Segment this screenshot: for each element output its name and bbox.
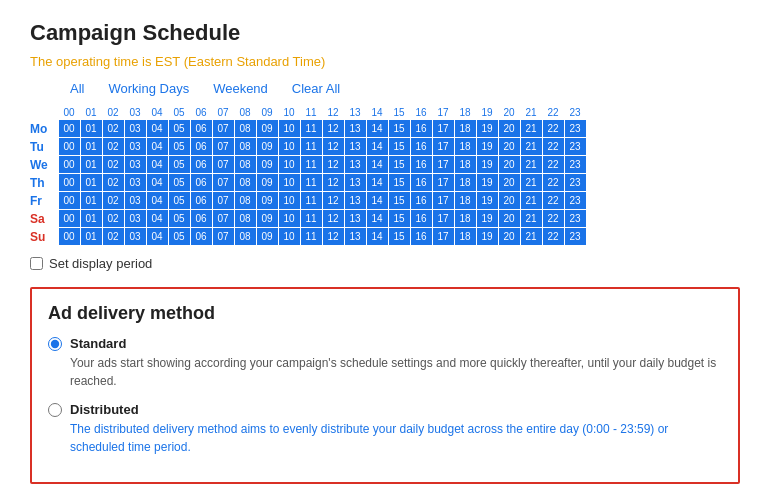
cell-su-16[interactable]: 16 bbox=[410, 228, 432, 246]
cell-tu-19[interactable]: 19 bbox=[476, 138, 498, 156]
cell-fr-20[interactable]: 20 bbox=[498, 192, 520, 210]
cell-mo-08[interactable]: 08 bbox=[234, 120, 256, 138]
cell-sa-22[interactable]: 22 bbox=[542, 210, 564, 228]
cell-th-21[interactable]: 21 bbox=[520, 174, 542, 192]
cell-sa-07[interactable]: 07 bbox=[212, 210, 234, 228]
cell-mo-07[interactable]: 07 bbox=[212, 120, 234, 138]
cell-mo-10[interactable]: 10 bbox=[278, 120, 300, 138]
filter-weekend[interactable]: Weekend bbox=[213, 81, 268, 96]
cell-su-13[interactable]: 13 bbox=[344, 228, 366, 246]
cell-su-10[interactable]: 10 bbox=[278, 228, 300, 246]
cell-tu-20[interactable]: 20 bbox=[498, 138, 520, 156]
cell-sa-05[interactable]: 05 bbox=[168, 210, 190, 228]
cell-sa-11[interactable]: 11 bbox=[300, 210, 322, 228]
cell-we-22[interactable]: 22 bbox=[542, 156, 564, 174]
cell-tu-22[interactable]: 22 bbox=[542, 138, 564, 156]
cell-tu-18[interactable]: 18 bbox=[454, 138, 476, 156]
cell-su-18[interactable]: 18 bbox=[454, 228, 476, 246]
cell-fr-17[interactable]: 17 bbox=[432, 192, 454, 210]
cell-fr-11[interactable]: 11 bbox=[300, 192, 322, 210]
cell-fr-21[interactable]: 21 bbox=[520, 192, 542, 210]
cell-we-19[interactable]: 19 bbox=[476, 156, 498, 174]
cell-su-01[interactable]: 01 bbox=[80, 228, 102, 246]
cell-fr-04[interactable]: 04 bbox=[146, 192, 168, 210]
cell-fr-15[interactable]: 15 bbox=[388, 192, 410, 210]
cell-sa-15[interactable]: 15 bbox=[388, 210, 410, 228]
cell-fr-13[interactable]: 13 bbox=[344, 192, 366, 210]
cell-mo-05[interactable]: 05 bbox=[168, 120, 190, 138]
cell-th-02[interactable]: 02 bbox=[102, 174, 124, 192]
cell-sa-13[interactable]: 13 bbox=[344, 210, 366, 228]
cell-sa-00[interactable]: 00 bbox=[58, 210, 80, 228]
cell-mo-00[interactable]: 00 bbox=[58, 120, 80, 138]
cell-mo-12[interactable]: 12 bbox=[322, 120, 344, 138]
cell-fr-16[interactable]: 16 bbox=[410, 192, 432, 210]
cell-su-17[interactable]: 17 bbox=[432, 228, 454, 246]
cell-tu-21[interactable]: 21 bbox=[520, 138, 542, 156]
cell-th-00[interactable]: 00 bbox=[58, 174, 80, 192]
cell-we-04[interactable]: 04 bbox=[146, 156, 168, 174]
cell-tu-14[interactable]: 14 bbox=[366, 138, 388, 156]
cell-mo-01[interactable]: 01 bbox=[80, 120, 102, 138]
cell-th-14[interactable]: 14 bbox=[366, 174, 388, 192]
cell-su-12[interactable]: 12 bbox=[322, 228, 344, 246]
cell-sa-23[interactable]: 23 bbox=[564, 210, 586, 228]
display-period-checkbox[interactable] bbox=[30, 257, 43, 270]
cell-we-16[interactable]: 16 bbox=[410, 156, 432, 174]
cell-we-21[interactable]: 21 bbox=[520, 156, 542, 174]
cell-sa-01[interactable]: 01 bbox=[80, 210, 102, 228]
cell-we-18[interactable]: 18 bbox=[454, 156, 476, 174]
cell-we-11[interactable]: 11 bbox=[300, 156, 322, 174]
cell-tu-15[interactable]: 15 bbox=[388, 138, 410, 156]
cell-fr-00[interactable]: 00 bbox=[58, 192, 80, 210]
distributed-radio[interactable] bbox=[48, 403, 62, 417]
cell-su-15[interactable]: 15 bbox=[388, 228, 410, 246]
cell-we-08[interactable]: 08 bbox=[234, 156, 256, 174]
cell-th-07[interactable]: 07 bbox=[212, 174, 234, 192]
cell-th-17[interactable]: 17 bbox=[432, 174, 454, 192]
cell-th-15[interactable]: 15 bbox=[388, 174, 410, 192]
cell-fr-06[interactable]: 06 bbox=[190, 192, 212, 210]
cell-th-18[interactable]: 18 bbox=[454, 174, 476, 192]
cell-sa-18[interactable]: 18 bbox=[454, 210, 476, 228]
cell-mo-13[interactable]: 13 bbox=[344, 120, 366, 138]
cell-sa-09[interactable]: 09 bbox=[256, 210, 278, 228]
cell-th-06[interactable]: 06 bbox=[190, 174, 212, 192]
cell-sa-21[interactable]: 21 bbox=[520, 210, 542, 228]
cell-th-09[interactable]: 09 bbox=[256, 174, 278, 192]
cell-tu-02[interactable]: 02 bbox=[102, 138, 124, 156]
cell-fr-09[interactable]: 09 bbox=[256, 192, 278, 210]
cell-su-02[interactable]: 02 bbox=[102, 228, 124, 246]
cell-su-20[interactable]: 20 bbox=[498, 228, 520, 246]
cell-fr-23[interactable]: 23 bbox=[564, 192, 586, 210]
cell-sa-12[interactable]: 12 bbox=[322, 210, 344, 228]
cell-fr-19[interactable]: 19 bbox=[476, 192, 498, 210]
cell-tu-23[interactable]: 23 bbox=[564, 138, 586, 156]
cell-mo-02[interactable]: 02 bbox=[102, 120, 124, 138]
cell-fr-14[interactable]: 14 bbox=[366, 192, 388, 210]
cell-mo-06[interactable]: 06 bbox=[190, 120, 212, 138]
cell-th-11[interactable]: 11 bbox=[300, 174, 322, 192]
cell-mo-18[interactable]: 18 bbox=[454, 120, 476, 138]
cell-th-03[interactable]: 03 bbox=[124, 174, 146, 192]
filter-clear-all[interactable]: Clear All bbox=[292, 81, 340, 96]
cell-mo-20[interactable]: 20 bbox=[498, 120, 520, 138]
cell-we-15[interactable]: 15 bbox=[388, 156, 410, 174]
cell-mo-19[interactable]: 19 bbox=[476, 120, 498, 138]
cell-su-05[interactable]: 05 bbox=[168, 228, 190, 246]
cell-tu-09[interactable]: 09 bbox=[256, 138, 278, 156]
cell-fr-22[interactable]: 22 bbox=[542, 192, 564, 210]
cell-sa-08[interactable]: 08 bbox=[234, 210, 256, 228]
cell-fr-07[interactable]: 07 bbox=[212, 192, 234, 210]
cell-tu-05[interactable]: 05 bbox=[168, 138, 190, 156]
cell-mo-21[interactable]: 21 bbox=[520, 120, 542, 138]
cell-th-04[interactable]: 04 bbox=[146, 174, 168, 192]
cell-we-10[interactable]: 10 bbox=[278, 156, 300, 174]
cell-su-06[interactable]: 06 bbox=[190, 228, 212, 246]
cell-we-12[interactable]: 12 bbox=[322, 156, 344, 174]
cell-fr-10[interactable]: 10 bbox=[278, 192, 300, 210]
cell-we-14[interactable]: 14 bbox=[366, 156, 388, 174]
cell-su-07[interactable]: 07 bbox=[212, 228, 234, 246]
cell-su-09[interactable]: 09 bbox=[256, 228, 278, 246]
cell-sa-10[interactable]: 10 bbox=[278, 210, 300, 228]
